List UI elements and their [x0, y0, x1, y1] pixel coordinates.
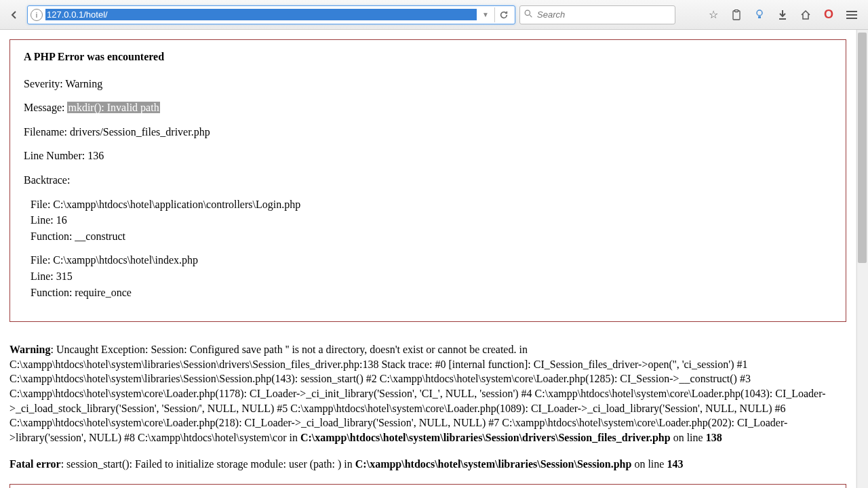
svg-point-3	[757, 10, 762, 16]
error-heading: A PHP Error was encountered	[24, 49, 832, 64]
error-line-number: Line Number: 136	[24, 148, 832, 163]
browser-toolbar: i 127.0.0.1/hotel/ ▼ ☆ O	[0, 0, 868, 30]
home-icon[interactable]	[799, 8, 812, 22]
search-input[interactable]	[537, 9, 671, 20]
url-text: 127.0.0.1/hotel/	[45, 9, 477, 20]
lightbulb-icon[interactable]	[753, 8, 766, 22]
page-content: A PHP Error was encountered Severity: Wa…	[0, 30, 856, 488]
backtrace-label: Backtrace:	[24, 173, 832, 188]
backtrace-entry-1: File: C:\xampp\htdocs\hotel\application\…	[31, 197, 832, 244]
backtrace-entry-2: File: C:\xampp\htdocs\hotel\index.php Li…	[31, 253, 832, 300]
downloads-icon[interactable]	[776, 8, 789, 22]
error-message: Message: mkdir(): Invalid path	[24, 100, 832, 115]
error-severity: Severity: Warning	[24, 77, 832, 92]
php-error-box-2: A PHP Error was encountered	[9, 484, 846, 488]
svg-rect-2	[735, 9, 738, 12]
reload-button[interactable]	[494, 7, 512, 22]
php-error-box-1: A PHP Error was encountered Severity: Wa…	[9, 39, 846, 322]
svg-point-0	[525, 10, 530, 15]
search-bar[interactable]	[519, 5, 675, 24]
url-bar[interactable]: i 127.0.0.1/hotel/ ▼	[27, 5, 515, 24]
url-dropdown-icon[interactable]: ▼	[479, 11, 492, 18]
scrollbar-thumb[interactable]	[858, 33, 867, 263]
highlighted-message: mkdir(): Invalid path	[67, 102, 159, 113]
site-info-icon[interactable]: i	[31, 9, 43, 21]
bookmark-star-icon[interactable]: ☆	[707, 8, 720, 22]
back-button[interactable]	[5, 6, 23, 24]
search-icon	[524, 9, 533, 20]
opera-icon[interactable]: O	[822, 8, 835, 22]
toolbar-icons: ☆ O	[707, 8, 863, 22]
menu-icon[interactable]	[845, 8, 859, 22]
warning-block: Warning: Uncaught Exception: Session: Co…	[9, 342, 846, 445]
error-filename: Filename: drivers/Session_files_driver.p…	[24, 125, 832, 140]
clipboard-icon[interactable]	[730, 8, 743, 22]
fatal-error-block: Fatal error: session_start(): Failed to …	[9, 457, 846, 472]
